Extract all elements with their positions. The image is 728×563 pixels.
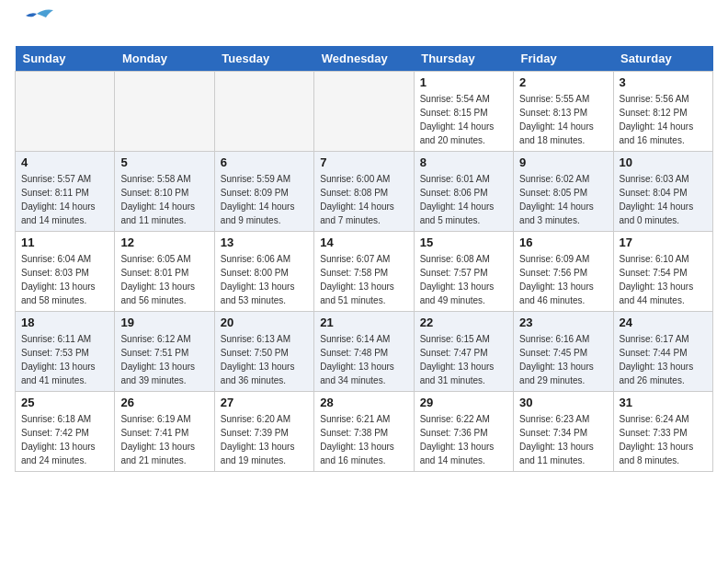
- day-info: Sunrise: 6:09 AMSunset: 7:56 PMDaylight:…: [519, 252, 607, 307]
- calendar-cell: 26Sunrise: 6:19 AMSunset: 7:41 PMDayligh…: [115, 392, 214, 472]
- day-info: Sunrise: 6:01 AMSunset: 8:06 PMDaylight:…: [420, 172, 507, 227]
- header-cell-thursday: Thursday: [414, 46, 513, 72]
- day-info: Sunrise: 6:22 AMSunset: 7:36 PMDaylight:…: [420, 412, 507, 467]
- day-number: 30: [519, 396, 607, 409]
- day-number: 31: [620, 396, 707, 409]
- day-info: Sunrise: 6:20 AMSunset: 7:39 PMDaylight:…: [221, 412, 308, 467]
- day-info: Sunrise: 6:02 AMSunset: 8:05 PMDaylight:…: [519, 172, 607, 227]
- calendar-cell: 1Sunrise: 5:54 AMSunset: 8:15 PMDaylight…: [414, 72, 513, 152]
- calendar-cell: 23Sunrise: 6:16 AMSunset: 7:45 PMDayligh…: [514, 312, 613, 392]
- calendar-cell: 19Sunrise: 6:12 AMSunset: 7:51 PMDayligh…: [115, 312, 214, 392]
- calendar-cell: 27Sunrise: 6:20 AMSunset: 7:39 PMDayligh…: [214, 392, 313, 472]
- day-number: 22: [420, 316, 507, 329]
- day-info: Sunrise: 6:11 AMSunset: 7:53 PMDaylight:…: [21, 332, 108, 387]
- day-info: Sunrise: 6:17 AMSunset: 7:44 PMDaylight:…: [620, 332, 707, 387]
- day-number: 1: [420, 75, 507, 89]
- calendar-week-row: 4Sunrise: 5:57 AMSunset: 8:11 PMDaylight…: [16, 152, 713, 232]
- logo-bird-icon: [18, 6, 55, 34]
- day-info: Sunrise: 6:24 AMSunset: 7:33 PMDaylight:…: [620, 412, 707, 467]
- day-info: Sunrise: 5:56 AMSunset: 8:12 PMDaylight:…: [620, 92, 707, 147]
- day-number: 8: [420, 155, 507, 169]
- day-number: 12: [120, 236, 208, 249]
- day-info: Sunrise: 6:19 AMSunset: 7:41 PMDaylight:…: [120, 412, 208, 467]
- calendar-cell: 17Sunrise: 6:10 AMSunset: 7:54 PMDayligh…: [613, 232, 712, 312]
- header: [15, 15, 713, 35]
- calendar-cell: 13Sunrise: 6:06 AMSunset: 8:00 PMDayligh…: [214, 232, 313, 312]
- header-cell-friday: Friday: [514, 46, 613, 72]
- calendar-cell: [314, 72, 414, 152]
- calendar-week-row: 11Sunrise: 6:04 AMSunset: 8:03 PMDayligh…: [16, 232, 713, 312]
- day-info: Sunrise: 6:23 AMSunset: 7:34 PMDaylight:…: [519, 412, 607, 467]
- day-number: 18: [21, 316, 108, 329]
- day-number: 15: [420, 236, 507, 249]
- calendar-cell: 22Sunrise: 6:15 AMSunset: 7:47 PMDayligh…: [414, 312, 513, 392]
- day-info: Sunrise: 6:04 AMSunset: 8:03 PMDaylight:…: [21, 252, 108, 307]
- calendar-cell: 14Sunrise: 6:07 AMSunset: 7:58 PMDayligh…: [314, 232, 414, 312]
- logo: [15, 15, 55, 35]
- day-number: 23: [519, 316, 607, 329]
- day-info: Sunrise: 6:18 AMSunset: 7:42 PMDaylight:…: [21, 412, 108, 467]
- calendar-week-row: 25Sunrise: 6:18 AMSunset: 7:42 PMDayligh…: [16, 392, 713, 472]
- day-info: Sunrise: 5:54 AMSunset: 8:15 PMDaylight:…: [420, 92, 507, 147]
- day-number: 3: [620, 75, 707, 89]
- day-number: 21: [320, 316, 407, 329]
- day-number: 9: [519, 155, 607, 169]
- day-number: 2: [519, 75, 607, 89]
- calendar-header-row: SundayMondayTuesdayWednesdayThursdayFrid…: [16, 46, 713, 72]
- day-info: Sunrise: 6:14 AMSunset: 7:48 PMDaylight:…: [320, 332, 407, 387]
- day-number: 13: [221, 236, 308, 249]
- day-number: 5: [120, 155, 208, 169]
- calendar-week-row: 1Sunrise: 5:54 AMSunset: 8:15 PMDaylight…: [16, 72, 713, 152]
- calendar-cell: 11Sunrise: 6:04 AMSunset: 8:03 PMDayligh…: [16, 232, 115, 312]
- day-number: 16: [519, 236, 607, 249]
- calendar-cell: 7Sunrise: 6:00 AMSunset: 8:08 PMDaylight…: [314, 152, 414, 232]
- day-info: Sunrise: 5:58 AMSunset: 8:10 PMDaylight:…: [120, 172, 208, 227]
- day-number: 6: [221, 155, 308, 169]
- calendar-cell: [214, 72, 313, 152]
- calendar-cell: 18Sunrise: 6:11 AMSunset: 7:53 PMDayligh…: [16, 312, 115, 392]
- day-number: 24: [620, 316, 707, 329]
- day-number: 20: [221, 316, 308, 329]
- header-cell-saturday: Saturday: [613, 46, 712, 72]
- day-info: Sunrise: 6:16 AMSunset: 7:45 PMDaylight:…: [519, 332, 607, 387]
- calendar-table: SundayMondayTuesdayWednesdayThursdayFrid…: [15, 46, 713, 472]
- day-number: 14: [320, 236, 407, 249]
- calendar-cell: 6Sunrise: 5:59 AMSunset: 8:09 PMDaylight…: [214, 152, 313, 232]
- calendar-cell: 5Sunrise: 5:58 AMSunset: 8:10 PMDaylight…: [115, 152, 214, 232]
- day-number: 25: [21, 396, 108, 409]
- calendar-cell: 21Sunrise: 6:14 AMSunset: 7:48 PMDayligh…: [314, 312, 414, 392]
- header-cell-tuesday: Tuesday: [214, 46, 313, 72]
- day-number: 17: [620, 236, 707, 249]
- header-cell-wednesday: Wednesday: [314, 46, 414, 72]
- day-info: Sunrise: 6:07 AMSunset: 7:58 PMDaylight:…: [320, 252, 407, 307]
- calendar-cell: 2Sunrise: 5:55 AMSunset: 8:13 PMDaylight…: [514, 72, 613, 152]
- day-info: Sunrise: 6:15 AMSunset: 7:47 PMDaylight:…: [420, 332, 507, 387]
- day-number: 26: [120, 396, 208, 409]
- day-info: Sunrise: 6:03 AMSunset: 8:04 PMDaylight:…: [620, 172, 707, 227]
- calendar-cell: 28Sunrise: 6:21 AMSunset: 7:38 PMDayligh…: [314, 392, 414, 472]
- day-info: Sunrise: 6:00 AMSunset: 8:08 PMDaylight:…: [320, 172, 407, 227]
- calendar-cell: 10Sunrise: 6:03 AMSunset: 8:04 PMDayligh…: [613, 152, 712, 232]
- calendar-cell: 20Sunrise: 6:13 AMSunset: 7:50 PMDayligh…: [214, 312, 313, 392]
- day-info: Sunrise: 6:06 AMSunset: 8:00 PMDaylight:…: [221, 252, 308, 307]
- day-number: 7: [320, 155, 407, 169]
- day-info: Sunrise: 5:57 AMSunset: 8:11 PMDaylight:…: [21, 172, 108, 227]
- day-info: Sunrise: 5:55 AMSunset: 8:13 PMDaylight:…: [519, 92, 607, 147]
- day-info: Sunrise: 6:13 AMSunset: 7:50 PMDaylight:…: [221, 332, 308, 387]
- day-info: Sunrise: 6:12 AMSunset: 7:51 PMDaylight:…: [120, 332, 208, 387]
- day-number: 11: [21, 236, 108, 249]
- day-info: Sunrise: 6:21 AMSunset: 7:38 PMDaylight:…: [320, 412, 407, 467]
- day-number: 27: [221, 396, 308, 409]
- calendar-cell: 29Sunrise: 6:22 AMSunset: 7:36 PMDayligh…: [414, 392, 513, 472]
- calendar-cell: 31Sunrise: 6:24 AMSunset: 7:33 PMDayligh…: [613, 392, 712, 472]
- calendar-cell: 15Sunrise: 6:08 AMSunset: 7:57 PMDayligh…: [414, 232, 513, 312]
- day-number: 29: [420, 396, 507, 409]
- calendar-cell: 12Sunrise: 6:05 AMSunset: 8:01 PMDayligh…: [115, 232, 214, 312]
- calendar-cell: 24Sunrise: 6:17 AMSunset: 7:44 PMDayligh…: [613, 312, 712, 392]
- calendar-cell: 3Sunrise: 5:56 AMSunset: 8:12 PMDaylight…: [613, 72, 712, 152]
- calendar-cell: 30Sunrise: 6:23 AMSunset: 7:34 PMDayligh…: [514, 392, 613, 472]
- calendar-cell: 25Sunrise: 6:18 AMSunset: 7:42 PMDayligh…: [16, 392, 115, 472]
- calendar-cell: [115, 72, 214, 152]
- day-info: Sunrise: 6:05 AMSunset: 8:01 PMDaylight:…: [120, 252, 208, 307]
- calendar-week-row: 18Sunrise: 6:11 AMSunset: 7:53 PMDayligh…: [16, 312, 713, 392]
